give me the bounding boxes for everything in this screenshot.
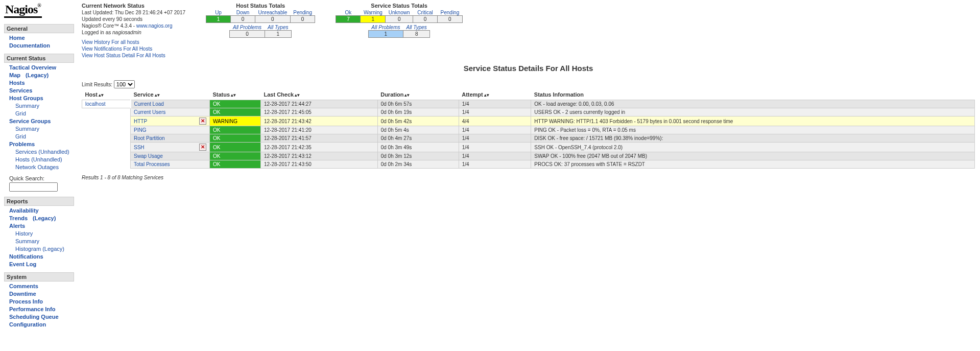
nav-downtime[interactable]: Downtime	[9, 291, 36, 297]
st-h-alltypes[interactable]: All Types	[406, 25, 426, 30]
cell-host	[82, 152, 131, 160]
service-link[interactable]: PING	[134, 127, 146, 133]
nav-a-histogram[interactable]: Histogram (Legacy)	[15, 246, 64, 252]
service-link[interactable]: Total Processes	[134, 161, 170, 167]
cell-host: localhost	[82, 100, 131, 108]
service-link[interactable]: SSH	[134, 145, 145, 150]
st-h-ok[interactable]: Ok	[345, 10, 352, 15]
nav-hg-grid[interactable]: Grid	[15, 110, 26, 116]
nav-availability[interactable]: Availability	[9, 207, 39, 214]
nav-sg-summary[interactable]: Summary	[15, 126, 39, 132]
nav-home[interactable]: Home	[9, 35, 25, 41]
st-v-ok[interactable]: 7	[336, 16, 361, 23]
nav-service-groups[interactable]: Service Groups	[9, 118, 51, 124]
ht-h-allprob[interactable]: All Problems	[233, 25, 261, 30]
st-v-alltypes[interactable]: 8	[403, 31, 429, 38]
nav-problems[interactable]: Problems	[9, 141, 35, 147]
sort-arrows-icon[interactable]: ▴▾	[404, 92, 410, 98]
nav-p-hosts-unhandled[interactable]: (Unhandled)	[31, 156, 62, 162]
table-row: Root PartitionOK12-28-2017 21:41:570d 0h…	[82, 134, 975, 143]
ht-v-unreach[interactable]: 0	[255, 16, 291, 23]
st-h-crit[interactable]: Critical	[417, 10, 433, 15]
ht-h-up[interactable]: Up	[215, 10, 222, 15]
cell-last-check: 12-28-2017 21:43:50	[261, 160, 378, 169]
ht-h-unreach[interactable]: Unreachable	[258, 10, 288, 15]
nav-notifications[interactable]: Notifications	[9, 253, 43, 260]
info-link-host-status[interactable]: View Host Status Detail For All Hosts	[82, 52, 185, 59]
sort-arrows-icon[interactable]: ▴▾	[231, 92, 236, 98]
st-v-pend[interactable]: 0	[438, 16, 463, 23]
ht-v-down[interactable]: 0	[231, 16, 255, 23]
nav-section-system: System	[4, 272, 74, 282]
nav-host-groups[interactable]: Host Groups	[9, 95, 43, 101]
nav-hg-summary[interactable]: Summary	[15, 103, 39, 109]
info-link-notifications[interactable]: View Notifications For All Hosts	[82, 45, 185, 52]
service-link[interactable]: HTTP	[134, 119, 147, 124]
nav-trends[interactable]: Trends	[9, 215, 28, 221]
service-link[interactable]: Swap Usage	[134, 153, 163, 159]
cell-attempt: 1/4	[459, 134, 531, 143]
sort-arrows-icon[interactable]: ▴▾	[155, 92, 160, 98]
th-status[interactable]: Status▴▾	[210, 89, 261, 100]
cell-last-check: 12-28-2017 21:41:57	[261, 134, 378, 143]
service-link[interactable]: Current Load	[134, 101, 164, 107]
nav-event-log[interactable]: Event Log	[9, 261, 36, 267]
cell-last-check: 12-28-2017 21:42:35	[261, 143, 378, 152]
nav-services[interactable]: Services	[9, 87, 32, 93]
limit-select[interactable]: 100	[114, 80, 135, 88]
th-duration[interactable]: Duration▴▾	[377, 89, 459, 100]
ht-v-pending[interactable]: 0	[290, 16, 315, 23]
st-v-crit[interactable]: 0	[413, 16, 438, 23]
th-attempt[interactable]: Attempt▴▾	[459, 89, 531, 100]
st-v-warn[interactable]: 1	[361, 16, 386, 23]
ht-h-alltypes[interactable]: All Types	[268, 25, 288, 30]
sort-arrows-icon[interactable]: ▴▾	[295, 92, 300, 98]
ht-h-down[interactable]: Down	[236, 10, 250, 15]
nav-performance-info[interactable]: Performance Info	[9, 306, 55, 312]
sort-arrows-icon[interactable]: ▴▾	[484, 92, 489, 98]
nav-tactical[interactable]: Tactical Overview	[9, 64, 56, 71]
th-service[interactable]: Service▴▾	[131, 89, 210, 100]
ht-v-alltypes[interactable]: 1	[265, 31, 291, 38]
nav-comments[interactable]: Comments	[9, 283, 38, 289]
nav-p-hosts[interactable]: Hosts	[15, 156, 30, 162]
nav-process-info[interactable]: Process Info	[9, 298, 43, 305]
st-h-unk[interactable]: Unknown	[389, 10, 410, 15]
nav-alerts[interactable]: Alerts	[9, 223, 25, 229]
nav-configuration[interactable]: Configuration	[9, 321, 46, 327]
st-h-pend[interactable]: Pending	[441, 10, 460, 15]
table-row: PINGOK12-28-2017 21:41:200d 0h 5m 4s1/4P…	[82, 126, 975, 134]
nav-scheduling-queue[interactable]: Scheduling Queue	[9, 314, 59, 320]
nav-a-history[interactable]: History	[15, 230, 33, 237]
host-link[interactable]: localhost	[85, 101, 105, 107]
info-version-link[interactable]: www.nagios.org	[136, 23, 173, 29]
st-v-allprob[interactable]: 1	[368, 31, 403, 38]
cell-attempt: 1/4	[459, 152, 531, 160]
quick-search-input[interactable]	[9, 182, 58, 192]
info-link-history[interactable]: View History For all hosts	[82, 39, 185, 45]
nav-p-outages[interactable]: Network Outages	[15, 164, 59, 170]
nav-trends-legacy[interactable]: (Legacy)	[33, 215, 56, 221]
th-host[interactable]: Host▴▾	[82, 89, 131, 100]
nav-map[interactable]: Map	[9, 72, 20, 78]
nav-hosts[interactable]: Hosts	[9, 80, 25, 86]
st-h-warn[interactable]: Warning	[364, 10, 383, 15]
cell-last-check: 12-28-2017 21:44:27	[261, 100, 378, 108]
nav-sg-grid[interactable]: Grid	[15, 133, 26, 139]
service-link[interactable]: Root Partition	[134, 135, 165, 141]
ht-v-up[interactable]: 1	[206, 16, 231, 23]
th-last-check[interactable]: Last Check▴▾	[261, 89, 378, 100]
cell-service: PING	[131, 126, 210, 134]
ht-h-pending[interactable]: Pending	[293, 10, 312, 15]
nav-map-legacy[interactable]: (Legacy)	[26, 72, 49, 78]
ht-v-allprob[interactable]: 0	[230, 31, 265, 38]
service-link[interactable]: Current Users	[134, 109, 165, 115]
sort-arrows-icon[interactable]: ▴▾	[99, 92, 104, 98]
st-h-allprob[interactable]: All Problems	[371, 25, 400, 30]
nav-documentation[interactable]: Documentation	[9, 42, 50, 49]
nav-p-services-unhandled[interactable]: (Unhandled)	[38, 149, 69, 155]
nav-a-summary[interactable]: Summary	[15, 238, 39, 244]
svc-totals-title: Service Status Totals	[336, 3, 462, 9]
nav-p-services[interactable]: Services	[15, 149, 37, 155]
st-v-unk[interactable]: 0	[386, 16, 413, 23]
